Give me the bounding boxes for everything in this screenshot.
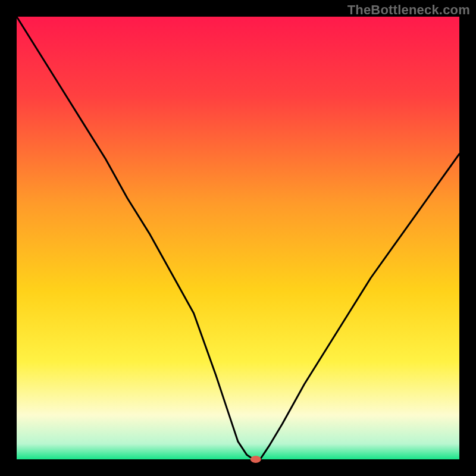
plot-background bbox=[17, 17, 459, 459]
bottleneck-chart bbox=[0, 0, 476, 476]
watermark-text: TheBottleneck.com bbox=[347, 2, 470, 18]
optimal-point-marker bbox=[250, 456, 261, 463]
chart-frame: TheBottleneck.com bbox=[0, 0, 476, 476]
